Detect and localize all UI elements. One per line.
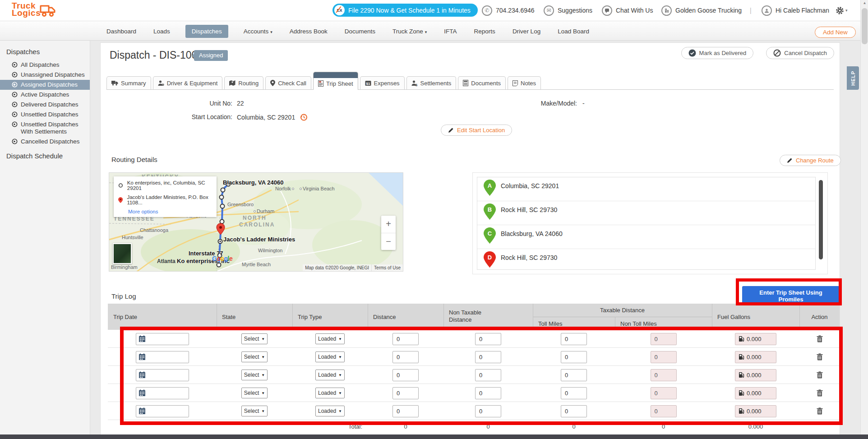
file-2290-banner[interactable]: EX File 2290 Now & Get Schedule 1 in Min… xyxy=(332,4,478,17)
tab-notes[interactable]: Notes xyxy=(508,76,541,89)
col-taxable-group: Taxable Distance xyxy=(533,307,712,314)
company-menu[interactable]: Golden Goose Trucking xyxy=(661,0,742,21)
sidebar-item-dispatch-schedule[interactable]: Dispatch Schedule xyxy=(0,147,90,163)
map-tab-icon xyxy=(229,80,235,86)
tab-trip-sheet[interactable]: Trip Sheet xyxy=(313,72,358,90)
user-menu[interactable]: Hi Caleb Flachman xyxy=(762,0,829,21)
chevron-down-icon: ▾ xyxy=(845,8,848,13)
make-model-label: Make/Model: xyxy=(533,100,577,107)
annotation-box-promiles xyxy=(736,278,842,305)
map-label: Jacob's Ladder Ministries xyxy=(223,236,295,243)
nav-item-dashboard[interactable]: Dashboard xyxy=(105,25,138,38)
nav-item-address-book[interactable]: Address Book xyxy=(288,25,329,38)
map-label: Blacksburg, VA 24060 xyxy=(223,179,283,186)
chat-text: Chat With Us xyxy=(616,7,653,14)
bullet-circle-icon xyxy=(12,72,18,78)
sidebar-item-cancelled-dispatches[interactable]: Cancelled Dispatches xyxy=(0,137,90,147)
mark-as-delivered-button[interactable]: Mark as Delivered xyxy=(681,47,754,59)
stop-label: Rock Hill, SC 29730 xyxy=(501,254,557,261)
nav-item-driver-log[interactable]: Driver Log xyxy=(511,25,542,38)
edit-start-location-label: Edit Start Location xyxy=(457,127,505,134)
pencil-icon xyxy=(787,157,793,163)
tab-settlements[interactable]: $Settlements xyxy=(406,76,457,89)
stop-label: Rock Hill, SC 29730 xyxy=(501,206,557,213)
history-icon[interactable] xyxy=(300,113,308,121)
map-route-info-box: Ko enterprises, inc, Columbia, SC 29201 … xyxy=(114,176,217,217)
cancel-dispatch-button[interactable]: Cancel Dispatch xyxy=(766,47,834,59)
suggestions-link[interactable]: ✉ Suggestions xyxy=(544,0,592,21)
route-map[interactable]: KENTUCKYBlacksburg, VA 24060NorfolkVirgi… xyxy=(109,172,403,272)
sidebar-item-unsettled-dispatches[interactable]: Unsettled Dispatches xyxy=(0,110,90,120)
nav-items: DashboardLoadsDispatchesAccounts▾Address… xyxy=(105,21,591,41)
stops-scrollbar[interactable] xyxy=(819,180,823,259)
nav-item-loads[interactable]: Loads xyxy=(152,25,172,38)
tab-check-call[interactable]: Check Call xyxy=(265,76,311,89)
sidebar-item-assigned-dispatches[interactable]: Assigned Dispatches xyxy=(0,80,90,90)
trip-log-table-header: Trip Date State Trip Type Distance Non T… xyxy=(108,304,840,330)
terms-of-use-link[interactable]: Terms of Use xyxy=(371,264,403,271)
bullet-circle-icon xyxy=(12,62,18,68)
map-label: Virginia Beach xyxy=(299,186,335,191)
nav-item-reports[interactable]: Reports xyxy=(472,25,497,38)
tab-expenses[interactable]: $1Expenses xyxy=(360,76,405,89)
bullet-circle-icon xyxy=(12,82,18,88)
route-stop-b[interactable]: BRock Hill, SC 29730 xyxy=(477,201,815,225)
tab-documents[interactable]: Documents xyxy=(458,76,506,89)
annotation-box-trip-rows xyxy=(120,327,843,425)
scrollbar-thumb[interactable] xyxy=(862,8,868,44)
tab-summary[interactable]: Summary xyxy=(106,76,151,89)
trip-log-heading: Trip Log xyxy=(111,292,136,300)
trucklogics-logo[interactable]: Truck Logics xyxy=(12,1,41,17)
sidebar-item-unsettled-dispatches-with-settlements[interactable]: Unsettled Dispatches With Settlements xyxy=(0,120,90,137)
map-label: Greensboro xyxy=(227,202,254,207)
map-origin-row: Ko enterprises, inc, Columbia, SC 29201 xyxy=(118,180,212,191)
route-stops-panel: AColumbia, SC 29201BRock Hill, SC 29730C… xyxy=(472,172,828,274)
nav-item-truck-zone[interactable]: Truck Zone▾ xyxy=(391,25,429,38)
cancel-icon xyxy=(773,49,781,57)
map-label: Durham xyxy=(253,208,274,214)
sidebar-item-active-dispatches[interactable]: Active Dispatches xyxy=(0,90,90,100)
satellite-view-thumbnail[interactable] xyxy=(113,243,132,264)
sidebar-item-all-dispatches[interactable]: All Dispatches xyxy=(0,60,90,70)
nav-item-accounts[interactable]: Accounts▾ xyxy=(242,25,274,38)
suggestions-text: Suggestions xyxy=(558,7,592,14)
help-tab[interactable]: HELP xyxy=(847,66,859,90)
mark-as-delivered-label: Mark as Delivered xyxy=(699,50,747,56)
nav-item-load-board[interactable]: Load Board xyxy=(556,25,591,38)
trip-tab-icon xyxy=(318,80,323,87)
phone-number[interactable]: ✆ 704.234.6946 xyxy=(482,0,535,21)
map-more-options-link[interactable]: More options xyxy=(128,209,212,214)
settings-menu[interactable]: ▾ xyxy=(836,0,848,21)
doc-tab-icon xyxy=(463,80,468,86)
scrollbar-up-arrow[interactable]: ▲ xyxy=(861,1,868,5)
map-label: Chattanooga xyxy=(140,227,168,233)
route-stop-d[interactable]: DRock Hill, SC 29730 xyxy=(477,249,815,270)
col-trip-date: Trip Date xyxy=(113,314,137,320)
route-stop-a[interactable]: AColumbia, SC 29201 xyxy=(477,177,815,201)
chat-link[interactable]: Chat With Us xyxy=(602,0,653,21)
map-zoom-control: + − xyxy=(381,216,396,250)
route-stop-c[interactable]: CBlacksburg, VA 24060 xyxy=(477,225,815,249)
envelope-icon: ✉ xyxy=(544,5,554,16)
app-window: Truck Logics EX File 2290 Now & Get Sche… xyxy=(0,0,868,439)
sidebar-item-unassigned-dispatches[interactable]: Unassigned Dispatches xyxy=(0,70,90,80)
add-new-button[interactable]: Add New xyxy=(815,27,856,38)
edit-start-location-button[interactable]: Edit Start Location xyxy=(441,125,512,136)
nav-item-ifta[interactable]: IFTA xyxy=(442,25,458,38)
zoom-out-button[interactable]: − xyxy=(381,233,396,250)
sidebar-items: All DispatchesUnassigned DispatchesAssig… xyxy=(0,60,90,147)
bullet-circle-icon xyxy=(12,111,18,117)
sidebar-item-delivered-dispatches[interactable]: Delivered Dispatches xyxy=(0,100,90,110)
map-attribution: Map data ©2020 Google, INEGI Terms of Us… xyxy=(303,264,403,271)
page-scrollbar[interactable]: ▲ xyxy=(860,0,868,439)
gear-icon xyxy=(836,6,844,15)
phone-text: 704.234.6946 xyxy=(496,7,535,14)
change-route-button[interactable]: Change Route xyxy=(780,155,841,166)
pencil-icon xyxy=(448,127,454,133)
nav-item-documents[interactable]: Documents xyxy=(343,25,377,38)
zoom-in-button[interactable]: + xyxy=(381,216,396,233)
sidebar: Dispatches All DispatchesUnassigned Disp… xyxy=(0,41,90,434)
tab-routing[interactable]: Routing xyxy=(224,76,263,89)
tab-driver-equipment[interactable]: Driver & Equipment xyxy=(153,76,223,89)
nav-item-dispatches[interactable]: Dispatches xyxy=(185,25,228,38)
